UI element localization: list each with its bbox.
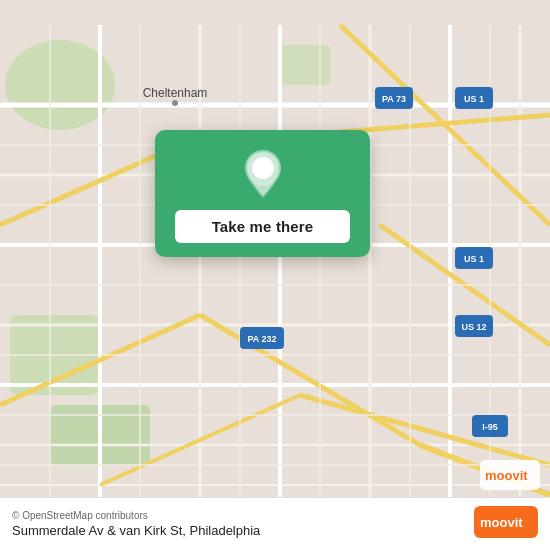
- svg-text:PA 73: PA 73: [382, 94, 406, 104]
- svg-point-52: [172, 100, 178, 106]
- location-label: Summerdale Av & van Kirk St, Philadelphi…: [12, 523, 260, 538]
- moovit-branding: moovit: [474, 506, 538, 542]
- svg-text:I-95: I-95: [482, 422, 498, 432]
- svg-text:PA 232: PA 232: [247, 334, 276, 344]
- map-container: US 1 PA 73 US 1 US 12 PA 232 I-95 Chelte…: [0, 0, 550, 550]
- copyright-text: © OpenStreetMap contributors: [12, 510, 260, 521]
- moovit-icon: moovit: [480, 460, 540, 490]
- bottom-bar: © OpenStreetMap contributors Summerdale …: [0, 497, 550, 550]
- bottom-bar-info: © OpenStreetMap contributors Summerdale …: [12, 510, 260, 538]
- svg-text:moovit: moovit: [485, 468, 528, 483]
- svg-point-55: [255, 160, 271, 176]
- svg-text:moovit: moovit: [480, 515, 523, 530]
- svg-text:US 1: US 1: [464, 254, 484, 264]
- take-me-there-button[interactable]: Take me there: [175, 210, 350, 243]
- map-background: US 1 PA 73 US 1 US 12 PA 232 I-95 Chelte…: [0, 0, 550, 550]
- svg-text:Cheltenham: Cheltenham: [143, 86, 208, 100]
- svg-rect-4: [280, 45, 330, 85]
- moovit-logo: moovit: [480, 460, 540, 494]
- moovit-logo-bottom: moovit: [474, 506, 538, 538]
- svg-text:US 12: US 12: [461, 322, 486, 332]
- svg-text:US 1: US 1: [464, 94, 484, 104]
- location-pin-icon: [237, 148, 289, 200]
- location-card: Take me there: [155, 130, 370, 257]
